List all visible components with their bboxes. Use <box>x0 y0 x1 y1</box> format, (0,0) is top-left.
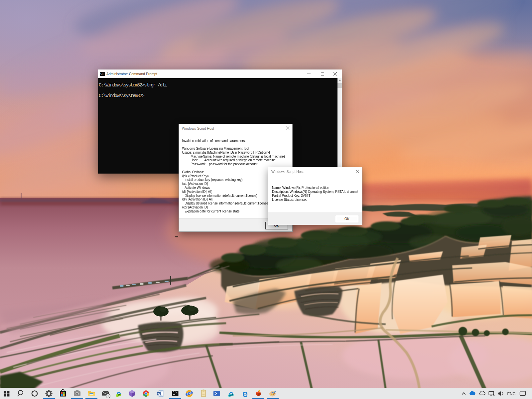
svg-text:1: 1 <box>107 394 109 398</box>
svg-text:ENG: ENG <box>507 392 516 396</box>
svg-text:C:\: C:\ <box>173 391 177 394</box>
svg-text:e: e <box>242 388 248 399</box>
svg-text:W: W <box>157 392 160 395</box>
